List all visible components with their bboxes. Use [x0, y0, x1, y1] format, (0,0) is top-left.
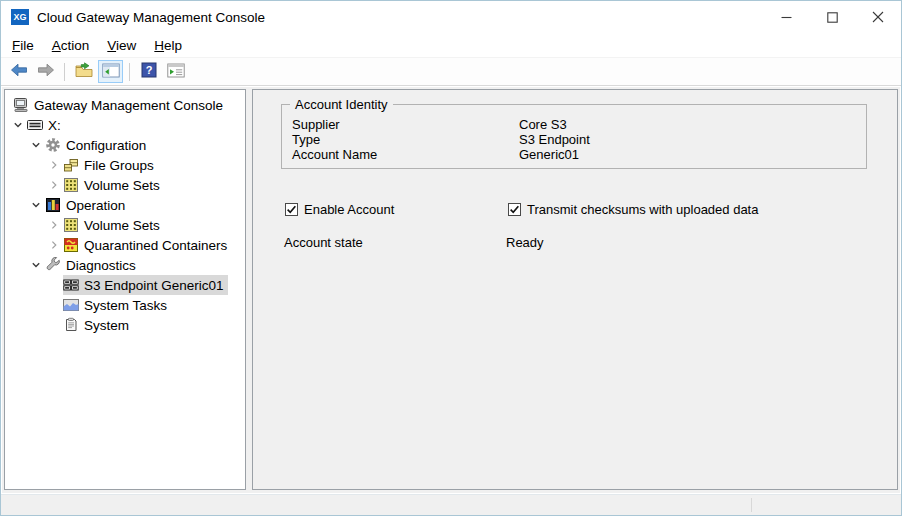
- transmit-checksums-checkbox-group[interactable]: Transmit checksums with uploaded data: [508, 202, 758, 217]
- minimize-button[interactable]: [763, 1, 809, 33]
- tree-item-label: Operation: [66, 198, 125, 213]
- system-document-icon: [63, 317, 79, 333]
- toolbar-separator: [64, 63, 65, 81]
- tree-item-gateway-management-console[interactable]: Gateway Management Console: [5, 95, 245, 115]
- app-icon: XG: [11, 9, 29, 25]
- file-groups-icon: [63, 157, 79, 173]
- tree-item-quarantined-containers[interactable]: Quarantined Containers: [5, 235, 245, 255]
- tree-item-label: Quarantined Containers: [84, 238, 227, 253]
- tree-item-system-tasks[interactable]: System Tasks: [5, 295, 245, 315]
- account-name-value: Generic01: [519, 147, 866, 162]
- chevron-right-icon[interactable]: [45, 215, 63, 235]
- bar-chart-icon: [45, 197, 61, 213]
- tree-item-label: Diagnostics: [66, 258, 136, 273]
- chevron-down-icon[interactable]: [27, 135, 45, 155]
- chevron-right-icon[interactable]: [45, 155, 63, 175]
- forward-button[interactable]: [33, 60, 58, 83]
- show-action-pane-button[interactable]: [163, 60, 188, 83]
- chevron-right-icon[interactable]: [45, 235, 63, 255]
- show-console-tree-button[interactable]: [98, 60, 123, 83]
- account-state-label: Account state: [284, 235, 506, 250]
- title-bar: XG Cloud Gateway Management Console: [1, 1, 901, 33]
- account-name-label: Account Name: [292, 147, 519, 162]
- menu-file[interactable]: File: [3, 35, 43, 56]
- chevron-down-icon[interactable]: [27, 255, 45, 275]
- gear-icon: [45, 137, 61, 153]
- transmit-checksums-label: Transmit checksums with uploaded data: [527, 202, 758, 217]
- enable-account-checkbox[interactable]: [285, 203, 298, 216]
- account-identity-groupbox: Account Identity Supplier Core S3 Type S…: [281, 104, 867, 169]
- export-folder-icon: [75, 62, 93, 81]
- chevron-placeholder: [45, 295, 63, 315]
- wrench-icon: [45, 257, 61, 273]
- drive-icon: [27, 117, 43, 133]
- window-title: Cloud Gateway Management Console: [37, 10, 265, 25]
- toolbar-separator: [129, 63, 130, 81]
- enable-account-label: Enable Account: [304, 202, 394, 217]
- back-button[interactable]: [6, 60, 31, 83]
- chevron-right-icon[interactable]: [45, 175, 63, 195]
- help-button[interactable]: ?: [136, 60, 161, 83]
- details-panel: Account Identity Supplier Core S3 Type S…: [252, 89, 898, 490]
- chevron-placeholder: [45, 315, 63, 335]
- supplier-label: Supplier: [292, 117, 519, 132]
- tree-item-volume-sets-config[interactable]: Volume Sets: [5, 175, 245, 195]
- back-arrow-icon: [10, 63, 28, 80]
- tree-item-operation[interactable]: Operation: [5, 195, 245, 215]
- help-icon: ?: [141, 62, 157, 81]
- quarantined-containers-icon: [63, 237, 79, 253]
- system-tasks-icon: [63, 297, 79, 313]
- tree-item-label: File Groups: [84, 158, 154, 173]
- s3-endpoint-icon: [63, 277, 79, 293]
- application-window: XG Cloud Gateway Management Console File…: [0, 0, 902, 516]
- tree-item-system[interactable]: System: [5, 315, 245, 335]
- menu-view[interactable]: View: [98, 35, 145, 56]
- window-controls: [763, 1, 901, 33]
- show-console-tree-icon: [102, 63, 120, 81]
- tree-item-x-drive[interactable]: X:: [5, 115, 245, 135]
- menu-bar: File Action View Help: [1, 33, 901, 58]
- status-bar: [1, 494, 901, 515]
- chevron-down-icon[interactable]: [27, 195, 45, 215]
- menu-help[interactable]: Help: [145, 35, 191, 56]
- transmit-checksums-checkbox[interactable]: [508, 203, 521, 216]
- chevron-down-icon[interactable]: [9, 115, 27, 135]
- tree-item-label: System: [84, 318, 129, 333]
- console-root-icon: [13, 97, 29, 113]
- account-state-value: Ready: [506, 235, 544, 250]
- export-button[interactable]: [71, 60, 96, 83]
- close-button[interactable]: [855, 1, 901, 33]
- type-label: Type: [292, 132, 519, 147]
- show-action-pane-icon: [167, 63, 185, 81]
- enable-account-checkbox-group[interactable]: Enable Account: [285, 202, 508, 217]
- toolbar: ?: [1, 58, 901, 86]
- svg-text:?: ?: [145, 64, 152, 76]
- tree-item-configuration[interactable]: Configuration: [5, 135, 245, 155]
- tree-item-label: Configuration: [66, 138, 146, 153]
- volume-sets-icon: [63, 217, 79, 233]
- tree-item-label: Gateway Management Console: [34, 98, 223, 113]
- menu-action[interactable]: Action: [43, 35, 99, 56]
- tree-item-s3-endpoint-generic01[interactable]: S3 Endpoint Generic01: [5, 275, 245, 295]
- maximize-button[interactable]: [809, 1, 855, 33]
- chevron-placeholder: [45, 275, 63, 295]
- tree-item-label: Volume Sets: [84, 218, 160, 233]
- groupbox-title: Account Identity: [290, 97, 393, 112]
- type-value: S3 Endpoint: [519, 132, 866, 147]
- tree-item-label: System Tasks: [84, 298, 167, 313]
- tree-item-label: X:: [48, 118, 61, 133]
- forward-arrow-icon: [37, 63, 55, 80]
- tree-item-diagnostics[interactable]: Diagnostics: [5, 255, 245, 275]
- tree-item-label: Volume Sets: [84, 178, 160, 193]
- volume-sets-icon: [63, 177, 79, 193]
- tree-item-label: S3 Endpoint Generic01: [84, 278, 224, 293]
- supplier-value: Core S3: [519, 117, 866, 132]
- status-bar-separator: [751, 498, 752, 512]
- tree-item-volume-sets-operation[interactable]: Volume Sets: [5, 215, 245, 235]
- tree-item-file-groups[interactable]: File Groups: [5, 155, 245, 175]
- main-area: Gateway Management Console X: Configurat…: [2, 87, 900, 493]
- console-tree-panel: Gateway Management Console X: Configurat…: [4, 89, 246, 490]
